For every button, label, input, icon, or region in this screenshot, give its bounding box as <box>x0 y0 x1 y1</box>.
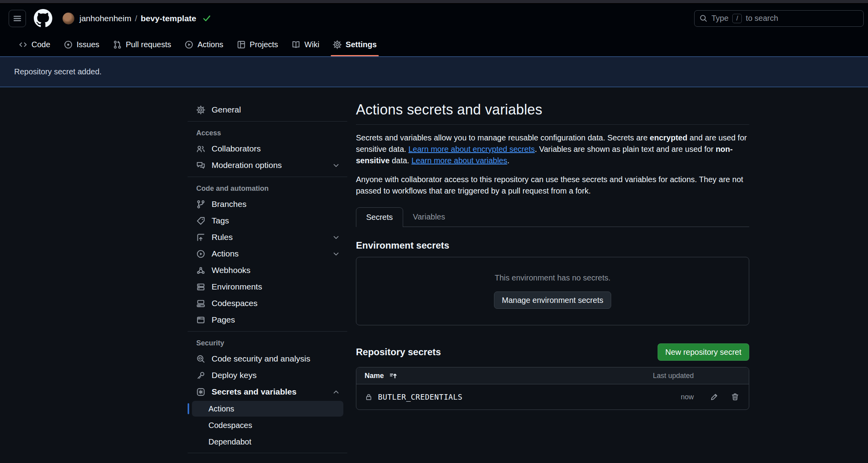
intro-text: . <box>507 156 510 165</box>
sidebar-item-label: Webhooks <box>212 266 251 275</box>
sidebar-item-branches[interactable]: Branches <box>188 196 347 212</box>
sidebar-subitem-label: Dependabot <box>208 437 251 446</box>
hamburger-icon <box>13 14 22 23</box>
global-menu-button[interactable] <box>9 10 26 27</box>
learn-more-variables-link[interactable]: Learn more about variables <box>411 156 507 165</box>
pencil-icon <box>710 393 719 401</box>
code-scan-icon <box>196 354 205 363</box>
breadcrumb-owner-link[interactable]: janhohenheim <box>79 14 131 23</box>
sidebar-item-label: Branches <box>212 199 247 209</box>
rules-icon <box>196 233 205 242</box>
sidebar-item-rules[interactable]: Rules <box>188 229 347 245</box>
git-pull-request-icon <box>113 40 122 49</box>
sidebar-item-label: Deploy keys <box>212 371 256 380</box>
sidebar-item-deploy-keys[interactable]: Deploy keys <box>188 367 347 384</box>
divider <box>188 121 347 122</box>
sidebar-subitem-actions-wrap: Actions <box>188 401 347 417</box>
breadcrumb-repo-link[interactable]: bevy-template <box>141 14 196 23</box>
gear-icon <box>333 40 342 49</box>
sidebar-item-collaborators[interactable]: Collaborators <box>188 140 347 157</box>
repository-secrets-table: Name Last updated BUTLER_CREDENTIALS now <box>356 367 749 410</box>
table-row: BUTLER_CREDENTIALS now <box>356 384 749 410</box>
search-input[interactable]: Type / to search <box>694 10 864 27</box>
sidebar-item-webhooks[interactable]: Webhooks <box>188 262 347 279</box>
sidebar-item-environments[interactable]: Environments <box>188 279 347 295</box>
tab-label: Settings <box>346 40 377 49</box>
sidebar-item-general[interactable]: General <box>188 101 347 118</box>
sidebar-item-label: Environments <box>212 282 262 291</box>
tab-variables[interactable]: Variables <box>403 207 455 227</box>
tab-label: Issues <box>77 40 100 49</box>
sidebar-item-pages[interactable]: Pages <box>188 312 347 328</box>
tag-icon <box>196 216 205 225</box>
sidebar-item-label: Collaborators <box>212 144 261 153</box>
search-placeholder-pre: Type <box>711 14 728 23</box>
sidebar-item-label: General <box>212 105 241 114</box>
selected-indicator-bar <box>188 403 189 414</box>
issue-opened-icon <box>64 40 73 49</box>
table-header-row: Name Last updated <box>356 367 749 384</box>
intro-text: Secrets and variables allow you to manag… <box>356 133 650 142</box>
environment-secrets-heading: Environment secrets <box>356 240 749 251</box>
sidebar-subitem-codespaces-wrap: Codespaces <box>188 417 347 433</box>
tab-label: Code <box>31 40 50 49</box>
column-header-name[interactable]: Name <box>365 372 384 380</box>
tab-wiki[interactable]: Wiki <box>285 33 326 56</box>
sidebar-item-code-security[interactable]: Code security and analysis <box>188 350 347 367</box>
sidebar-subitem-dependabot[interactable]: Dependabot <box>192 434 343 450</box>
tab-label: Projects <box>250 40 278 49</box>
people-icon <box>196 144 205 153</box>
sidebar-subitem-actions[interactable]: Actions <box>192 401 343 417</box>
tab-settings[interactable]: Settings <box>326 33 383 56</box>
sidebar-item-label: Secrets and variables <box>212 387 297 397</box>
asterisk-box-icon <box>196 387 205 397</box>
lock-icon <box>365 393 373 401</box>
sidebar-item-actions[interactable]: Actions <box>188 245 347 262</box>
settings-sidebar: General Access Collaborators Moderation … <box>188 101 347 456</box>
tab-actions[interactable]: Actions <box>178 33 230 56</box>
tab-projects[interactable]: Projects <box>230 33 285 56</box>
comment-discussion-icon <box>196 161 205 170</box>
sidebar-section-code-automation: Code and automation <box>188 180 347 196</box>
book-icon <box>291 40 300 49</box>
sort-ascending-icon[interactable] <box>389 372 397 380</box>
sidebar-item-moderation-options[interactable]: Moderation options <box>188 157 347 173</box>
intro-paragraph: Secrets and variables allow you to manag… <box>356 132 749 166</box>
sidebar-item-secrets-and-variables[interactable]: Secrets and variables <box>188 384 347 400</box>
tab-issues[interactable]: Issues <box>57 33 106 56</box>
environments-icon <box>196 282 205 291</box>
github-logo-icon[interactable] <box>34 9 52 28</box>
repo-nav: Code Issues Pull requests Actions <box>9 33 868 56</box>
edit-secret-button[interactable] <box>710 393 719 401</box>
avatar[interactable] <box>63 13 74 24</box>
table-icon <box>237 40 246 49</box>
codespaces-icon <box>196 299 205 308</box>
tab-code[interactable]: Code <box>12 33 57 56</box>
sidebar-item-codespaces[interactable]: Codespaces <box>188 295 347 312</box>
tab-secrets[interactable]: Secrets <box>356 207 403 227</box>
sidebar-item-label: Code security and analysis <box>212 354 310 363</box>
sidebar-item-tags[interactable]: Tags <box>188 212 347 229</box>
delete-secret-button[interactable] <box>731 393 739 401</box>
sidebar-item-label: Pages <box>212 315 235 325</box>
sidebar-subitem-codespaces[interactable]: Codespaces <box>192 417 343 433</box>
browser-icon <box>196 315 205 325</box>
app-header: janhohenheim / bevy-template Type / to s… <box>0 4 868 56</box>
tab-label: Actions <box>197 40 223 49</box>
breadcrumb-separator: / <box>135 14 137 23</box>
tab-label: Wiki <box>304 40 319 49</box>
intro-bold-encrypted: encrypted <box>650 133 687 142</box>
secret-name: BUTLER_CREDENTIALS <box>378 393 463 401</box>
sidebar-subitem-label: Actions <box>208 404 234 413</box>
sidebar-subitem-dependabot-wrap: Dependabot <box>188 434 347 450</box>
sidebar-item-label: Codespaces <box>212 299 258 308</box>
new-repository-secret-button[interactable]: New repository secret <box>658 343 749 361</box>
manage-environment-secrets-button[interactable]: Manage environment secrets <box>494 291 611 309</box>
divider <box>188 331 347 332</box>
learn-more-encrypted-secrets-link[interactable]: Learn more about encrypted secrets <box>408 145 534 153</box>
secret-updated: now <box>631 393 694 401</box>
repository-secrets-heading: Repository secrets <box>356 347 441 358</box>
tab-pull-requests[interactable]: Pull requests <box>106 33 178 56</box>
sidebar-item-label: Actions <box>212 249 239 258</box>
checkmark-icon <box>202 14 211 23</box>
